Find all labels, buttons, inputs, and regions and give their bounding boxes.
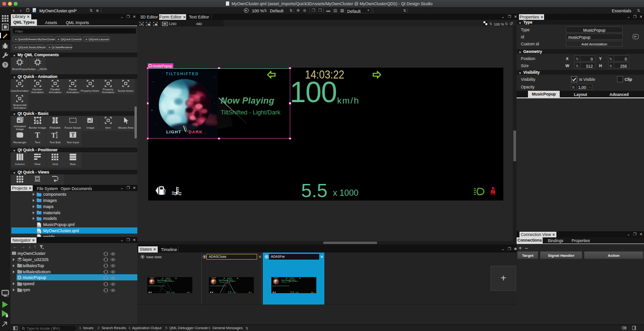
svg-text:km/h: km/h bbox=[171, 280, 174, 282]
svg-text:km/h: km/h bbox=[295, 280, 298, 282]
svg-text:TILTSHIFTED: TILTSHIFTED bbox=[166, 71, 199, 76]
svg-text:?: ? bbox=[4, 62, 7, 67]
svg-text:x 1000: x 1000 bbox=[233, 292, 237, 294]
svg-text:x 1000: x 1000 bbox=[171, 292, 175, 294]
svg-text:LIGHT: LIGHT bbox=[166, 130, 181, 134]
svg-text:x 1000: x 1000 bbox=[295, 292, 299, 294]
svg-text:km/h: km/h bbox=[233, 280, 236, 282]
svg-text:T: T bbox=[35, 131, 40, 139]
svg-text:T: T bbox=[71, 131, 75, 138]
svg-text:5.5: 5.5 bbox=[167, 291, 170, 294]
svg-text:TiltShifted - L/D: TiltShifted - L/D bbox=[157, 281, 166, 283]
svg-text:5.5: 5.5 bbox=[228, 291, 232, 294]
svg-text:5.5: 5.5 bbox=[291, 291, 294, 294]
svg-text:TiltShifted - L/D: TiltShifted - L/D bbox=[281, 281, 290, 283]
svg-text:DARK: DARK bbox=[188, 130, 203, 134]
svg-text:T: T bbox=[51, 131, 56, 139]
